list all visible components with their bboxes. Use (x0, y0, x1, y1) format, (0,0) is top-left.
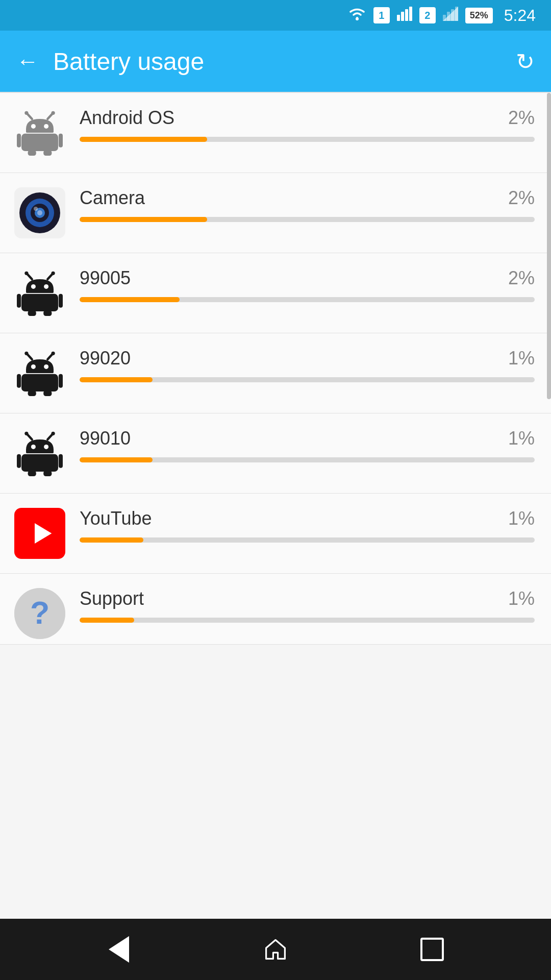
scroll-indicator[interactable] (547, 93, 551, 399)
99020-icon (14, 348, 65, 399)
svg-point-41 (52, 352, 55, 355)
battery-indicator: 52% (465, 8, 493, 23)
item-percent: 1% (508, 428, 535, 449)
svg-rect-47 (28, 390, 36, 396)
svg-rect-4 (409, 7, 412, 21)
nav-recent-button[interactable] (412, 929, 453, 970)
sim1-badge: 1 (373, 7, 390, 23)
svg-rect-55 (21, 454, 58, 472)
youtube-icon (14, 508, 65, 559)
item-percent: 1% (508, 348, 535, 369)
list-item[interactable]: 99005 2% (0, 253, 551, 333)
svg-point-51 (24, 432, 28, 435)
item-header: 99005 2% (80, 267, 535, 289)
svg-rect-34 (17, 294, 21, 308)
svg-rect-36 (28, 310, 36, 316)
item-name: YouTube (80, 508, 152, 529)
svg-rect-2 (401, 12, 404, 21)
progress-fill (80, 217, 207, 222)
svg-point-42 (31, 364, 36, 369)
refresh-button[interactable]: ↻ (516, 48, 535, 75)
page-title: Battery usage (53, 47, 502, 76)
svg-rect-16 (21, 134, 58, 151)
list-item[interactable]: 99020 1% (0, 333, 551, 413)
svg-point-14 (31, 124, 36, 129)
progress-track (80, 537, 535, 543)
svg-point-53 (31, 445, 36, 449)
svg-point-12 (24, 111, 28, 115)
svg-point-43 (44, 364, 48, 369)
svg-rect-45 (17, 374, 21, 388)
app-bar: ← Battery usage ↻ (0, 31, 551, 92)
signal1-icon (397, 7, 412, 24)
item-header: YouTube 1% (80, 508, 535, 529)
svg-rect-46 (59, 374, 63, 388)
item-header: 99010 1% (80, 428, 535, 449)
android-os-icon (14, 107, 65, 158)
svg-rect-35 (59, 294, 63, 308)
svg-rect-56 (17, 454, 21, 468)
list-item[interactable]: Camera 2% (0, 173, 551, 253)
progress-track (80, 457, 535, 462)
item-info: Camera 2% (80, 187, 535, 222)
progress-track (80, 377, 535, 382)
svg-rect-58 (28, 471, 36, 476)
item-name: 99020 (80, 348, 131, 369)
list-item[interactable]: YouTube 1% (0, 494, 551, 574)
progress-track (80, 618, 535, 623)
list-item[interactable]: 99010 1% (0, 413, 551, 494)
item-info: Support 1% (80, 588, 535, 623)
item-info: 99020 1% (80, 348, 535, 382)
svg-rect-37 (43, 310, 52, 316)
signal2-icon (443, 7, 458, 24)
99005-icon (14, 267, 65, 318)
svg-point-26 (34, 207, 38, 211)
svg-point-30 (52, 272, 55, 275)
svg-point-0 (356, 17, 359, 20)
svg-point-15 (44, 124, 48, 129)
progress-fill (80, 457, 153, 462)
item-name: Android OS (80, 107, 174, 129)
svg-point-31 (31, 284, 36, 289)
item-header: 99020 1% (80, 348, 535, 369)
item-header: Support 1% (80, 588, 535, 609)
svg-rect-17 (17, 134, 21, 148)
svg-rect-57 (59, 454, 63, 468)
svg-rect-59 (43, 471, 52, 476)
progress-track (80, 217, 535, 222)
progress-track (80, 297, 535, 302)
item-info: Android OS 2% (80, 107, 535, 142)
item-percent: 2% (508, 267, 535, 289)
item-info: 99005 2% (80, 267, 535, 302)
item-info: 99010 1% (80, 428, 535, 462)
svg-point-29 (24, 272, 28, 275)
svg-rect-44 (21, 374, 58, 391)
svg-rect-3 (405, 9, 408, 21)
svg-point-54 (44, 445, 48, 449)
svg-rect-18 (59, 134, 63, 148)
svg-text:?: ? (30, 595, 49, 630)
99010-icon (14, 428, 65, 479)
svg-rect-20 (43, 150, 52, 156)
item-header: Android OS 2% (80, 107, 535, 129)
progress-fill (80, 377, 153, 382)
item-name: Support (80, 588, 144, 609)
wifi-icon (348, 7, 366, 24)
svg-point-25 (37, 210, 42, 215)
status-icons: 1 2 52% 5:24 (348, 6, 536, 25)
nav-bar (0, 919, 551, 980)
item-percent: 1% (508, 508, 535, 529)
list-item[interactable]: ? Support 1% (0, 574, 551, 645)
status-bar: 1 2 52% 5:24 (0, 0, 551, 31)
nav-back-button[interactable] (98, 929, 139, 970)
back-button[interactable]: ← (16, 50, 39, 72)
svg-point-13 (52, 111, 55, 115)
progress-fill (80, 297, 180, 302)
list-item[interactable]: Android OS 2% (0, 93, 551, 173)
nav-home-button[interactable] (255, 929, 296, 970)
item-percent: 1% (508, 588, 535, 609)
item-percent: 2% (508, 107, 535, 129)
svg-rect-33 (21, 294, 58, 311)
svg-rect-19 (28, 150, 36, 156)
item-name: 99005 (80, 267, 131, 289)
